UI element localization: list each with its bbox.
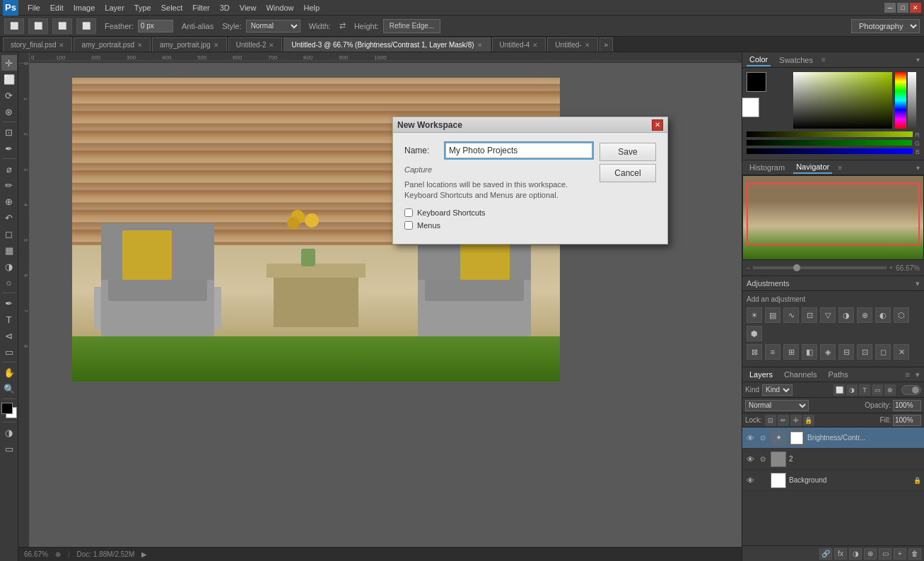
menu-layer[interactable]: Layer: [100, 2, 129, 13]
gradient-tool[interactable]: ▦: [1, 242, 17, 258]
filter-smart-icon[interactable]: ⊕: [884, 384, 896, 396]
adj-threshold[interactable]: ⊞: [783, 344, 799, 360]
lock-move-icon[interactable]: ✛: [790, 415, 802, 426]
lock-pixel-icon[interactable]: ⊡: [765, 415, 776, 426]
menu-type[interactable]: Type: [129, 2, 156, 13]
adj-levels[interactable]: ▤: [765, 307, 780, 323]
layer-kind-select[interactable]: Kind: [762, 384, 793, 396]
adj-vibrance[interactable]: ▽: [820, 307, 836, 323]
tab-untitled-5[interactable]: Untitled- ✕: [547, 37, 597, 52]
filter-shape-icon[interactable]: ▭: [872, 384, 883, 396]
tab-swatches[interactable]: Swatches: [776, 54, 816, 66]
adj-selectcolor[interactable]: ◈: [820, 344, 836, 360]
tab-channels[interactable]: Channels: [781, 369, 819, 380]
tab-untitled-2[interactable]: Untitled-2 ✕: [228, 37, 283, 52]
g-slider[interactable]: [747, 140, 912, 146]
keyboard-shortcuts-checkbox[interactable]: [404, 208, 413, 217]
menu-select[interactable]: Select: [156, 2, 188, 13]
tab-untitled-4[interactable]: Untitled-4 ✕: [492, 37, 546, 52]
opacity-slider[interactable]: [908, 72, 916, 129]
lasso-tool[interactable]: ⟳: [1, 88, 17, 103]
b-slider[interactable]: [747, 148, 913, 154]
menu-image[interactable]: Image: [69, 2, 100, 13]
tab-close-untitled-5[interactable]: ✕: [585, 42, 590, 49]
nav-panel-menu[interactable]: ≡: [838, 164, 842, 172]
tab-close-story[interactable]: ✕: [59, 42, 64, 49]
lock-brush-icon[interactable]: ✏: [778, 415, 789, 426]
adj-brightness[interactable]: ☀: [747, 307, 762, 323]
hand-tool[interactable]: ✋: [1, 365, 17, 380]
maximize-button[interactable]: □: [897, 3, 908, 13]
layer-item-background[interactable]: 👁 Background 🔒: [742, 470, 924, 491]
adj-photo[interactable]: ⬡: [894, 307, 909, 323]
hue-slider[interactable]: [895, 72, 906, 129]
tab-layers[interactable]: Layers: [747, 369, 776, 380]
zoom-tool[interactable]: 🔍: [1, 381, 17, 396]
tab-close-amy-jpg[interactable]: ✕: [214, 42, 219, 49]
layer-filter-toggle[interactable]: [901, 385, 921, 395]
layers-panel-collapse[interactable]: ▾: [916, 370, 920, 379]
layer-eye-brightness[interactable]: 👁: [745, 433, 755, 443]
minimize-button[interactable]: ─: [884, 3, 896, 13]
background-color[interactable]: [742, 98, 759, 117]
adj-colormatch[interactable]: ⬢: [747, 326, 762, 341]
tab-histogram[interactable]: Histogram: [747, 162, 788, 173]
quick-select-tool[interactable]: ⊛: [1, 104, 17, 119]
pen-tool[interactable]: ✒: [1, 295, 17, 311]
fx-btn[interactable]: fx: [834, 548, 847, 560]
blend-mode-select[interactable]: Normal: [745, 400, 809, 411]
adj-exposure[interactable]: ⊡: [802, 307, 817, 323]
close-button[interactable]: ✕: [910, 3, 921, 13]
link-layers-btn[interactable]: 🔗: [819, 548, 832, 560]
path-select-tool[interactable]: ⊲: [1, 328, 17, 343]
nav-panel-collapse[interactable]: ▾: [916, 164, 920, 172]
delete-layer-btn[interactable]: 🗑: [908, 548, 921, 560]
layer-item-brightness[interactable]: 👁 ⊙ ☀ Brightness/Contr...: [742, 427, 924, 449]
tab-close-amy-psd[interactable]: ✕: [137, 42, 143, 49]
refine-edge-button[interactable]: Refine Edge...: [383, 19, 440, 33]
stamp-tool[interactable]: ⊕: [1, 194, 17, 209]
menu-filter[interactable]: Filter: [187, 2, 214, 13]
adj-hsl[interactable]: ◑: [838, 307, 854, 323]
adj-custom4[interactable]: ✕: [894, 344, 909, 360]
move-tool[interactable]: ✛: [1, 55, 17, 71]
adj-posterize[interactable]: ≡: [765, 344, 780, 360]
select-options-2[interactable]: ⬜: [52, 18, 72, 34]
select-options-3[interactable]: ⬜: [76, 18, 96, 34]
adj-custom1[interactable]: ⊟: [838, 344, 854, 360]
save-button[interactable]: Save: [600, 143, 656, 161]
tab-close-untitled-3[interactable]: ✕: [477, 42, 483, 49]
filter-pixel-icon[interactable]: ⬜: [834, 384, 845, 396]
fill-input[interactable]: [893, 415, 921, 426]
menu-3d[interactable]: 3D: [215, 2, 235, 13]
adj-custom3[interactable]: ◻: [875, 344, 891, 360]
shape-tool[interactable]: ▭: [1, 344, 17, 360]
select-options-1[interactable]: ⬜: [28, 18, 48, 34]
tab-navigator[interactable]: Navigator: [793, 161, 832, 174]
marquee-tool[interactable]: ⬜: [1, 71, 17, 87]
adj-curves[interactable]: ∿: [783, 307, 799, 323]
r-slider[interactable]: [747, 131, 913, 137]
color-panel-collapse[interactable]: ▾: [916, 56, 920, 64]
adj-invert[interactable]: ⊠: [747, 344, 762, 360]
eraser-tool[interactable]: ◻: [1, 226, 17, 242]
eyedropper-tool[interactable]: ✒: [1, 141, 17, 156]
menu-help[interactable]: Help: [299, 2, 325, 13]
history-brush-tool[interactable]: ↶: [1, 210, 17, 225]
opacity-input[interactable]: [893, 400, 921, 411]
adj-custom2[interactable]: ⊡: [857, 344, 872, 360]
tab-color[interactable]: Color: [747, 54, 771, 66]
screen-mode[interactable]: ▭: [1, 441, 17, 456]
crop-tool[interactable]: ⊡: [1, 124, 17, 140]
group-btn[interactable]: ▭: [879, 548, 891, 560]
tab-untitled-3[interactable]: Untitled-3 @ 66.7% (Brightness/Contrast …: [283, 37, 490, 52]
color-selector[interactable]: [1, 403, 17, 418]
feather-input[interactable]: [138, 20, 173, 33]
color-panel-menu[interactable]: ≡: [821, 56, 826, 64]
tab-close-untitled-2[interactable]: ✕: [269, 42, 274, 49]
filter-type-icon[interactable]: T: [859, 384, 870, 396]
menus-label[interactable]: Menus: [417, 221, 440, 230]
menu-edit[interactable]: Edit: [45, 2, 69, 13]
workspace-selector[interactable]: Photography Essentials Design Motion Pai…: [851, 19, 920, 33]
new-layer-btn[interactable]: +: [894, 548, 906, 560]
